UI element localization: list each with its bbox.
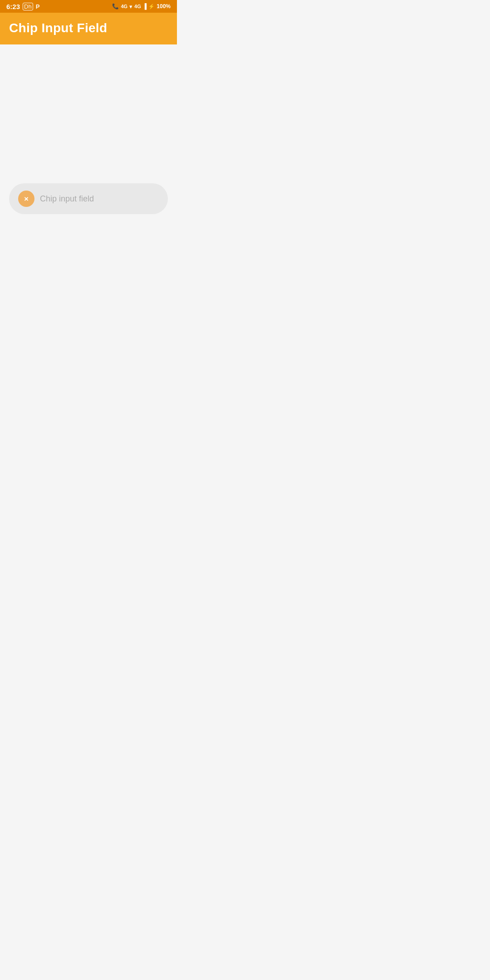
battery-icon: ⚡ xyxy=(148,4,155,10)
close-icon: × xyxy=(24,195,29,203)
phone-icon: 📞 xyxy=(112,3,119,10)
status-bar: 6:23 Dh P 📞 4G ▾ 4G ▐ ⚡ 100% xyxy=(0,0,177,13)
status-bar-right: 📞 4G ▾ 4G ▐ ⚡ 100% xyxy=(112,3,171,10)
signal-bars-icon: ▐ xyxy=(143,3,147,10)
page-title: Chip Input Field xyxy=(9,21,168,35)
wifi-icon: ▾ xyxy=(129,3,132,10)
chip-text-input[interactable] xyxy=(40,194,159,204)
network-type-right: 4G xyxy=(134,4,141,9)
chip-input-container[interactable]: × xyxy=(9,183,168,214)
chip-close-button[interactable]: × xyxy=(18,191,34,207)
network-type-left: 4G xyxy=(121,4,127,9)
main-content: × xyxy=(0,44,177,353)
dh-icon: Dh xyxy=(23,3,33,10)
status-bar-left: 6:23 Dh P xyxy=(6,3,39,10)
app-bar: Chip Input Field xyxy=(0,13,177,44)
p-icon: P xyxy=(36,3,40,10)
battery-percent: 100% xyxy=(157,3,171,10)
status-time: 6:23 xyxy=(6,3,20,10)
